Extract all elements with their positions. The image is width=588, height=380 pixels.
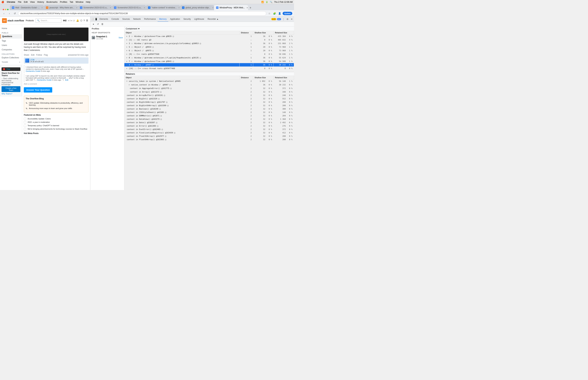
blog-item-1-text[interactable]: CEO update: Eliminating obstacles to pro… <box>29 102 87 106</box>
devtools-settings-btn[interactable]: ⚙ <box>286 18 289 21</box>
refresh-button[interactable]: ↺ <box>13 11 17 16</box>
expand-arrow[interactable]: ▶ <box>126 35 128 38</box>
extensions-icon[interactable]: 🧩 <box>272 11 277 16</box>
add-comment-button[interactable]: Add a comment <box>24 83 89 85</box>
devtools-warning-badge[interactable]: ⚠ 1 <box>271 18 276 20</box>
menu-window[interactable]: Window <box>76 1 83 3</box>
ret-cell-object[interactable]: context in EvalError() @162465 □ <box>124 128 240 131</box>
table-row-selected[interactable]: ▼ 4 :: Window / @9907 □ 1 36 0 % 38 232 … <box>124 63 294 67</box>
apple-menu[interactable]: 🍎 <box>1 1 4 3</box>
tab-close-btn[interactable]: ✕ <box>247 7 248 9</box>
devtools-tab-memory[interactable]: Memory <box>158 17 168 22</box>
featured-text-3[interactable]: Temporary policy: ChatGPT is banned <box>28 125 59 127</box>
so-products-menu[interactable]: Products <box>26 19 34 22</box>
cell-object-selected[interactable]: ▼ 4 :: Window / @9907 □ <box>124 63 240 67</box>
expand-arrow[interactable]: ▶ <box>126 49 128 52</box>
back-button[interactable]: ‹ <box>2 11 6 16</box>
tab-global-proxy[interactable]: G global_proxy window obje... ✕ <box>180 5 214 10</box>
refresh-btn[interactable]: ↺ <box>96 22 99 26</box>
sidebar-item-tags[interactable]: Tags <box>0 38 22 43</box>
edit-comment-link[interactable]: Edit <box>65 79 68 81</box>
menu-history[interactable]: History <box>37 1 44 3</box>
so-inbox-icon[interactable]: 🔔 <box>76 19 79 22</box>
devtools-tab-elements[interactable]: Elements <box>98 17 110 22</box>
tab-close-btn[interactable]: ✕ <box>178 7 180 9</box>
devtools-tab-recorder[interactable]: Recorder ▲ <box>206 17 220 22</box>
ret-cell-object[interactable]: context in Array() @161373 □ <box>124 90 240 94</box>
ret-cell-object[interactable]: context in DataView() @163279 □ <box>124 117 240 121</box>
sidebar-item-questions[interactable]: Questions <box>0 34 22 38</box>
cell-object[interactable]: ▶ 5 :: Object / @9933 □ <box>124 45 240 49</box>
update-button[interactable]: Update <box>283 12 292 15</box>
cell-object[interactable]: ▶ 8 :: Window / @chrome-extension://f…op… <box>124 56 240 59</box>
follow-link[interactable]: Follow <box>36 54 42 56</box>
menu-file[interactable]: File <box>18 1 21 3</box>
devtools-tab-sources[interactable]: Sources <box>121 17 132 22</box>
expand-arrow[interactable]: ▶ <box>126 53 128 55</box>
containment-label[interactable]: Containment ▼ <box>126 28 140 30</box>
devtools-tab-network[interactable]: Network <box>132 17 142 22</box>
ret-cell-object[interactable]: context in ArrayBuffer() @318191 □ <box>124 94 240 97</box>
col-header-object[interactable]: Object <box>124 31 240 34</box>
ret-col-header-shallow[interactable]: Shallow Size <box>253 76 274 79</box>
tab-so[interactable]: S javascript - Why there are... ✕ <box>44 5 78 10</box>
devtools-tab-lighthouse[interactable]: Lighthouse <box>192 17 206 22</box>
edit-comment-icon[interactable]: ✎ <box>62 79 64 81</box>
ret-cell-object[interactable]: context in BigUint64Array() @163399 □ <box>124 104 240 107</box>
ret-expand-arrow[interactable]: ▶ <box>128 83 131 86</box>
edit-link[interactable]: Edit <box>31 54 35 56</box>
ret-cell-object[interactable]: context in AggregateError() @161775 □ <box>124 87 240 90</box>
ret-cell-object[interactable]: context in Float64Array() @163365 □ <box>124 138 240 141</box>
ret-cell-object[interactable]: context in Boolean() @318199 □ <box>124 107 240 111</box>
devtools-info-badge[interactable]: ℹ 1 <box>277 18 281 20</box>
ret-col-header-object[interactable]: Object <box>124 76 240 79</box>
commenter-1-link[interactable]: Geetanshu Gulati <box>26 70 40 72</box>
devtools-tab-security[interactable]: Security <box>182 17 192 22</box>
blog-item-2-text[interactable]: Announcing more ways to learn and grow y… <box>29 107 72 109</box>
tab-native-context[interactable]: G "native context" in window... ✕ <box>146 5 180 10</box>
tab-close-btn[interactable]: ✕ <box>110 7 111 9</box>
close-window-btn[interactable] <box>3 9 4 10</box>
ret-cell-object[interactable]: context in DOMMatrix() @41871 □ <box>124 114 240 117</box>
snapshot-1-item[interactable]: 📷 Snapshot 1 10.6 MB Save <box>90 34 124 41</box>
menu-profiles[interactable]: Profiles <box>60 1 67 3</box>
expand-arrow[interactable]: ▶ <box>126 38 128 41</box>
forward-button[interactable]: › <box>7 11 12 16</box>
teams-close-icon[interactable]: × <box>19 61 20 63</box>
record-btn[interactable]: ● <box>92 22 95 26</box>
menu-help[interactable]: Help <box>86 1 91 3</box>
so-achievements-icon[interactable]: ⬡ <box>80 19 82 22</box>
featured-text-4[interactable]: We're bringing advertisements for techno… <box>28 128 87 130</box>
url-bar[interactable]: stackoverflow.com/questions/75301974/why… <box>18 11 266 16</box>
sidebar-item-users[interactable]: Users <box>0 43 22 47</box>
menu-view[interactable]: View <box>30 1 35 3</box>
tab-screenshot2[interactable]: S Screenshot 2023-02-01 a... ✕ <box>112 5 146 10</box>
col-header-distance[interactable]: Distance <box>240 31 253 34</box>
ret-cell-object[interactable]: context in Date() @318207 □ <box>124 121 240 124</box>
tab-close-btn[interactable]: ✕ <box>144 7 145 9</box>
cell-object[interactable]: ▶ 6 :: Object / @9975 □ <box>124 49 240 52</box>
bookmark-icon[interactable]: ☆ <box>267 11 272 16</box>
ret-expand-arrow[interactable] <box>127 87 129 90</box>
expand-arrow-selected[interactable]: ▼ <box>126 64 128 66</box>
cell-object[interactable]: ▶ [9] :: C++ roots @205077568 <box>124 52 240 56</box>
ret-cell-object[interactable]: context in Float32Array() @162977 □ <box>124 134 240 138</box>
cell-object[interactable]: ▶ [10] :: C++ cross-thread roots @205077… <box>124 67 240 70</box>
clear-btn[interactable]: 🗑 <box>101 22 104 26</box>
ret-expand-arrow[interactable] <box>127 91 129 93</box>
flag-link[interactable]: Flag <box>44 54 48 56</box>
devtools-tab-console[interactable]: Console <box>110 17 121 22</box>
devtools-close-btn[interactable]: ✕ <box>290 18 293 21</box>
cell-object[interactable]: ▶ 7 :: Window / @stackoverflow.com @9841… <box>124 59 240 63</box>
so-hamburger-icon[interactable]: ☰ <box>86 19 88 22</box>
featured-text-2[interactable]: 2022: a year in moderation <box>28 121 50 123</box>
so-search-bar[interactable]: 🔍 Search... <box>36 18 61 23</box>
why-teams-link[interactable]: Why Teams? <box>1 93 20 95</box>
menu-edit[interactable]: Edit <box>24 1 28 3</box>
ret-cell-object[interactable]: context in FinalizationRegistry() @16343… <box>124 131 240 134</box>
tab-mail[interactable]: M Mail - Geetanshu Gulati -... ✕ <box>10 5 44 10</box>
devtools-tab-application[interactable]: Application <box>168 17 182 22</box>
expand-arrow[interactable]: ▶ <box>126 67 128 70</box>
devtools-device-btn[interactable]: 📱 <box>95 18 98 21</box>
devtools-more-btn[interactable]: ⋮ <box>282 18 285 21</box>
